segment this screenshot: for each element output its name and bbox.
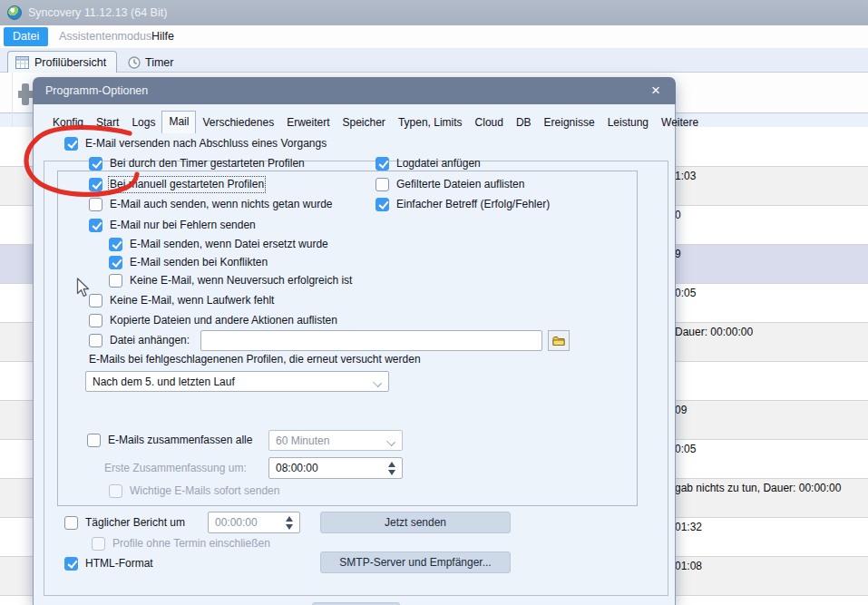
checkbox-box <box>64 557 78 571</box>
window-title: Syncovery 11.12.13 (64 Bit) <box>28 6 167 19</box>
window-titlebar: Syncovery 11.12.13 (64 Bit) <box>0 0 868 25</box>
checkbox-box <box>64 516 78 530</box>
checkbox-file-replaced[interactable]: E-Mail senden, wenn Datei ersetzt wurde <box>109 237 328 251</box>
dialog-tabbar: Konfig Start Logs Mail Verschiedenes Erw… <box>46 111 705 133</box>
checkbox-attach-file[interactable]: Datei anhängen: <box>89 333 190 347</box>
tab-timer-label: Timer <box>145 56 173 69</box>
checkbox-box <box>109 484 122 498</box>
chevron-down-icon <box>387 437 395 445</box>
checkbox-profiles-without-schedule[interactable]: Profile ohne Termin einschließen <box>92 536 270 551</box>
tab-profiluebersicht-label: Profilübersicht <box>34 56 106 69</box>
checkbox-box <box>89 178 102 191</box>
tab-db[interactable]: DB <box>510 112 538 133</box>
browse-file-button[interactable] <box>548 330 570 351</box>
syncovery-window: Syncovery 11.12.13 (64 Bit) Datei Assist… <box>0 0 868 605</box>
tab-ereignisse[interactable]: Ereignisse <box>538 112 601 133</box>
summarize-interval-select[interactable]: 60 Minuten <box>268 430 403 451</box>
checkbox-conflicts[interactable]: E-Mail senden bei Konflikten <box>109 255 268 269</box>
checkbox-box <box>109 238 122 251</box>
tab-start[interactable]: Start <box>90 112 125 133</box>
checkbox-no-email-drive-missing[interactable]: Keine E-Mail, wenn Laufwerk fehlt <box>89 293 274 307</box>
tab-erweitert[interactable]: Erweitert <box>280 112 336 133</box>
checkbox-summarize-emails[interactable]: E-Mails zusammenfassen alle <box>87 433 252 447</box>
chevron-down-icon <box>374 378 382 386</box>
tab-typen-limits[interactable]: Typen, Limits <box>392 112 469 133</box>
checkbox-box <box>375 157 389 171</box>
checkbox-box <box>375 198 389 211</box>
spinner-arrows-icon[interactable] <box>286 516 293 530</box>
clock-icon <box>128 56 141 69</box>
spinner-arrows-icon[interactable] <box>388 462 395 475</box>
checkbox-send-if-nothing-done[interactable]: E-Mail auch senden, wenn nichts getan wu… <box>89 197 332 211</box>
tab-mail[interactable]: Mail <box>161 111 196 133</box>
first-summary-time-spinner[interactable]: 08:00:00 <box>268 457 403 479</box>
checkbox-box <box>89 314 102 327</box>
retry-emails-label: E-Mails bei fehlgeschlagenenen Profilen,… <box>89 353 421 366</box>
close-icon[interactable]: × <box>646 81 666 101</box>
syncovery-logo-icon <box>7 5 22 20</box>
focused-label: Bei manuell gestarteten Profilen <box>110 178 264 191</box>
checkbox-timer-profiles[interactable]: Bei durch den Timer gestarteten Profilen <box>89 156 305 171</box>
folder-icon <box>552 336 565 346</box>
checkbox-box <box>87 434 101 447</box>
checkbox-box <box>89 219 102 232</box>
first-summary-label: Erste Zusammenfassung um: <box>104 462 247 475</box>
attach-file-input[interactable] <box>200 330 542 351</box>
programm-optionen-dialog: Programm-Optionen × Konfig Start Logs Ma… <box>33 77 676 605</box>
send-now-button[interactable]: Jetzt senden <box>320 512 511 533</box>
smtp-server-button[interactable]: SMTP-Server und Empfänger... <box>320 551 511 573</box>
checkbox-box <box>64 137 78 151</box>
checkbox-box <box>109 256 122 269</box>
tab-konfig[interactable]: Konfig <box>46 112 90 133</box>
checkbox-list-filtered-files[interactable]: Gefilterte Dateien auflisten <box>375 177 524 191</box>
checkbox-list-copied-files[interactable]: Kopierte Dateien und andere Aktionen auf… <box>89 313 337 327</box>
checkbox-email-after-run[interactable]: E-Mail versenden nach Abschluss eines Vo… <box>60 136 331 151</box>
checkbox-daily-report[interactable]: Täglicher Bericht um <box>64 515 185 530</box>
checkbox-manual-profiles[interactable]: Bei manuell gestarteten Profilen <box>89 177 264 191</box>
dialog-title: Programm-Optionen <box>45 84 148 97</box>
checkbox-box <box>89 198 102 211</box>
tab-logs[interactable]: Logs <box>125 112 161 133</box>
checkbox-box <box>375 178 389 191</box>
menu-item-hilfe[interactable]: Hilfe <box>142 27 183 46</box>
tab-cloud[interactable]: Cloud <box>469 112 510 133</box>
menu-item-datei[interactable]: Datei <box>4 27 48 46</box>
grid-icon <box>15 56 29 69</box>
daily-report-time-spinner[interactable]: 00:00:00 <box>208 512 300 533</box>
dialog-titlebar[interactable]: Programm-Optionen × <box>33 77 676 104</box>
checkbox-box <box>89 294 102 307</box>
checkbox-attach-logfile[interactable]: Logdatei anfügen <box>375 156 481 171</box>
toolbar: Profilübersicht Timer Filte <box>0 48 868 73</box>
tab-leistung[interactable]: Leistung <box>601 112 655 133</box>
checkbox-box <box>89 334 102 347</box>
checkbox-box <box>89 157 102 171</box>
retry-run-select[interactable]: Nach dem 5. und letzten Lauf <box>85 371 389 392</box>
menubar: Datei Assistentenmodus Hilfe <box>0 25 868 48</box>
tab-verschiedenes[interactable]: Verschiedenes <box>196 112 280 133</box>
checkbox-box <box>92 537 105 551</box>
checkbox-label: E-Mail versenden nach Abschluss eines Vo… <box>85 137 327 151</box>
checkbox-errors-only[interactable]: E-Mail nur bei Fehlern senden <box>89 218 256 232</box>
tab-timer[interactable]: Timer <box>121 53 180 73</box>
checkbox-simple-subject[interactable]: Einfacher Betreff (Erfolg/Fehler) <box>375 197 550 211</box>
partial-toolbar-icon <box>18 83 34 105</box>
checkbox-no-email-retry-success[interactable]: Keine E-Mail, wenn Neuversuch erfolgreic… <box>109 273 352 288</box>
tab-weitere[interactable]: Weitere <box>655 112 705 133</box>
tab-speicher[interactable]: Speicher <box>336 112 392 133</box>
checkbox-html-format[interactable]: HTML-Format <box>64 556 153 571</box>
dialog-body: Konfig Start Logs Mail Verschiedenes Erw… <box>33 104 676 605</box>
checkbox-box <box>109 274 122 288</box>
checkbox-important-emails[interactable]: Wichtige E-Mails sofort senden <box>109 483 279 498</box>
tab-profiluebersicht[interactable]: Profilübersicht <box>7 51 117 73</box>
